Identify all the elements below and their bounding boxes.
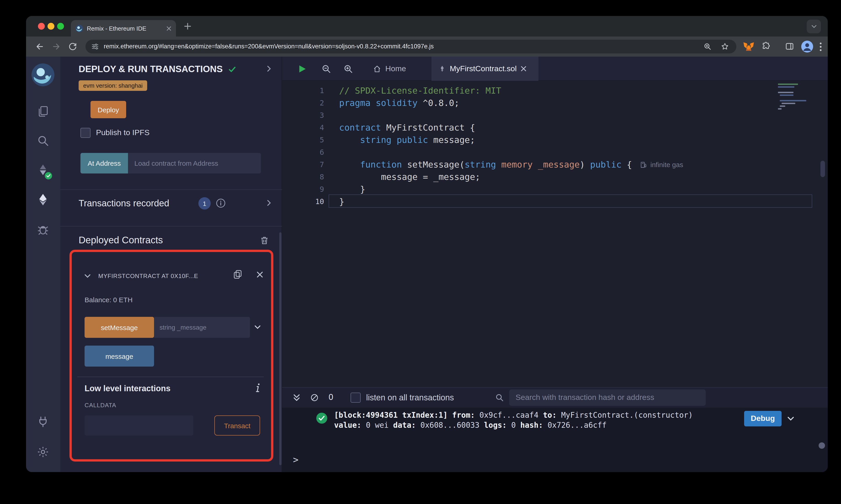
solidity-file-icon: [439, 65, 446, 72]
browser-window: Remix - Ethereum IDE: [26, 16, 828, 472]
zoom-page-icon[interactable]: [703, 42, 711, 51]
profile-avatar[interactable]: [801, 41, 813, 53]
extensions-puzzle-icon[interactable]: [761, 41, 771, 51]
gas-pump-icon: [640, 161, 647, 168]
home-icon: [373, 65, 381, 73]
address-bar[interactable]: remix.ethereum.org/#lang=en&optimize=fal…: [85, 40, 736, 53]
panel-expand-chevron-icon[interactable]: [265, 65, 273, 73]
run-script-play-icon[interactable]: [297, 65, 307, 73]
copy-address-icon[interactable]: [233, 269, 243, 280]
settings-gear-icon[interactable]: [37, 446, 49, 458]
deploy-button[interactable]: Deploy: [90, 101, 126, 118]
panel-scrollbar[interactable]: [279, 232, 281, 465]
listen-all-label: listen on all transactions: [366, 393, 454, 403]
low-level-info-icon[interactable]: [256, 383, 260, 393]
clear-console-icon[interactable]: [310, 394, 319, 402]
code-editor[interactable]: 1 // SPDX-License-Identifier: MIT 2 prag…: [282, 81, 828, 387]
divider: [77, 377, 264, 377]
divider: [60, 226, 282, 227]
set-message-param-field[interactable]: [154, 317, 250, 338]
at-address-button[interactable]: At Address: [81, 153, 128, 174]
terminal-search-input[interactable]: [509, 390, 706, 406]
panel-title: DEPLOY & RUN TRANSACTIONS: [79, 64, 223, 74]
expand-params-chevron-icon[interactable]: [254, 323, 261, 331]
reload-icon[interactable]: [68, 42, 77, 51]
transactions-count-badge: 1: [199, 197, 211, 210]
kebab-menu-icon[interactable]: [820, 42, 822, 51]
zoom-in-icon[interactable]: [343, 64, 353, 74]
screenshot-stage: Remix - Ethereum IDE: [0, 0, 841, 504]
expand-log-chevron-icon[interactable]: [787, 415, 795, 423]
code-line: 2 pragma solidity ^0.8.0;: [282, 97, 828, 109]
debugger-icon[interactable]: [37, 223, 49, 236]
search-icon[interactable]: [37, 134, 49, 147]
message-call-button[interactable]: message: [85, 346, 154, 366]
publish-ipfs-label: Publish to IPFS: [96, 128, 150, 138]
deploy-and-run-icon[interactable]: [37, 193, 49, 206]
tab-file-close-icon[interactable]: [521, 66, 527, 72]
tab-home-label: Home: [385, 64, 406, 73]
contract-collapse-chevron-icon[interactable]: [84, 272, 91, 280]
tab-home[interactable]: Home: [366, 57, 413, 81]
trash-icon[interactable]: [260, 236, 269, 245]
compile-check-icon: [228, 65, 237, 74]
transactions-recorded-label: Transactions recorded: [79, 198, 169, 209]
transactions-info-icon[interactable]: [216, 198, 226, 208]
publish-ipfs-checkbox[interactable]: [81, 128, 90, 138]
tab-search-button[interactable]: [807, 20, 821, 33]
set-message-param-input[interactable]: [154, 317, 250, 338]
deployed-contracts-title: Deployed Contracts: [79, 235, 163, 246]
remove-instance-close-icon[interactable]: [256, 271, 263, 278]
code-line: 7 function setMessage(string memory _mes…: [282, 158, 828, 171]
remix-favicon-icon: [75, 24, 83, 32]
site-info-icon[interactable]: [91, 42, 99, 51]
editor-minimap[interactable]: [778, 84, 807, 125]
window-close-button[interactable]: [38, 23, 45, 30]
set-message-button[interactable]: setMessage: [85, 317, 154, 338]
low-level-title: Low level interactions: [85, 384, 171, 394]
calldata-input-field[interactable]: [85, 415, 193, 435]
debug-button[interactable]: Debug: [744, 411, 782, 426]
metamask-icon[interactable]: [743, 41, 755, 52]
tab-close-icon[interactable]: [166, 26, 171, 31]
collapse-terminal-icon[interactable]: [292, 393, 301, 402]
code-line: 8 message = _message;: [282, 171, 828, 183]
activity-bar: [26, 57, 60, 472]
code-line: 10 }: [282, 195, 828, 208]
transactions-expand-chevron-icon[interactable]: [265, 199, 273, 207]
new-tab-button[interactable]: [183, 22, 192, 31]
pending-tx-count: 0: [329, 393, 333, 402]
back-icon[interactable]: [35, 42, 44, 51]
browser-tab[interactable]: Remix - Ethereum IDE: [71, 20, 176, 37]
code-line: 9 }: [282, 183, 828, 195]
window-minimize-button[interactable]: [48, 23, 54, 30]
terminal: 0 listen on all transactions [block:: [282, 387, 828, 472]
transact-button[interactable]: Transact: [214, 415, 260, 435]
editor-scrollbar[interactable]: [820, 161, 825, 177]
window-zoom-button[interactable]: [57, 23, 64, 30]
forward-icon[interactable]: [52, 42, 61, 51]
browser-tabstrip: Remix - Ethereum IDE: [26, 16, 828, 37]
side-panel-icon[interactable]: [785, 41, 794, 51]
compile-success-check-icon: [45, 172, 52, 179]
terminal-scrollbar-thumb[interactable]: [819, 443, 825, 449]
calldata-input[interactable]: [85, 415, 193, 435]
remix-app: DEPLOY & RUN TRANSACTIONS evm version: s…: [26, 57, 828, 472]
at-address-input-field[interactable]: [128, 153, 261, 174]
editor-column: Home MyFirstContract.sol: [282, 57, 828, 472]
tx-success-check-icon: [316, 412, 328, 424]
at-address-input[interactable]: [128, 153, 261, 174]
plugin-manager-icon[interactable]: [37, 415, 49, 428]
tx-log-line-2[interactable]: value: 0 wei data: 0x608...60033 logs: 0…: [334, 420, 606, 431]
listen-all-checkbox[interactable]: [350, 393, 361, 403]
remix-logo-icon[interactable]: [31, 63, 55, 87]
zoom-out-icon[interactable]: [321, 64, 331, 74]
url-text: remix.ethereum.org/#lang=en&optimize=fal…: [104, 43, 434, 50]
terminal-search-field[interactable]: [509, 390, 706, 406]
tx-log-line-1[interactable]: [block:4994361 txIndex:1] from: 0x9cf...…: [334, 410, 693, 420]
terminal-prompt[interactable]: >: [293, 454, 298, 465]
code-line: 6: [282, 146, 828, 158]
tab-active-file[interactable]: MyFirstContract.sol: [431, 57, 538, 81]
file-explorer-icon[interactable]: [37, 105, 49, 118]
bookmark-star-icon[interactable]: [721, 42, 729, 51]
